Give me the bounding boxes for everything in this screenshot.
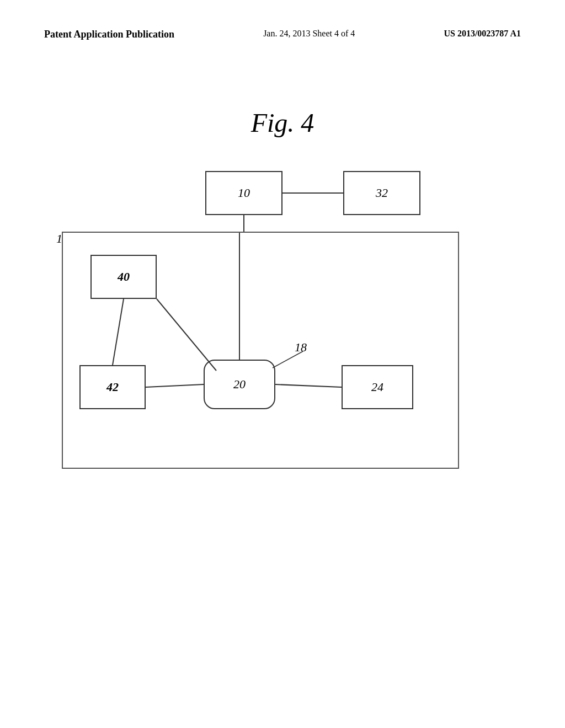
box-20: 20 — [204, 360, 275, 409]
publication-label: Patent Application Publication — [44, 28, 174, 41]
svg-line-9 — [157, 299, 216, 371]
svg-line-10 — [113, 299, 124, 365]
figure-title: Fig. 4 — [0, 108, 565, 138]
box-40-label: 40 — [118, 270, 130, 284]
label-18: 18 — [295, 340, 307, 355]
box-16-container: 40 42 20 24 18 — [62, 232, 459, 469]
box-42-label: 42 — [106, 380, 119, 394]
page-header: Patent Application Publication Jan. 24, … — [0, 0, 565, 41]
box-40: 40 — [90, 255, 157, 299]
box-24-label: 24 — [371, 380, 383, 394]
svg-line-11 — [146, 384, 204, 387]
box-24: 24 — [342, 365, 413, 409]
diagram-area: 10 32 16 40 42 20 24 18 — [62, 171, 503, 491]
box-10: 10 — [205, 171, 282, 215]
patent-number-label: US 2013/0023787 A1 — [444, 28, 521, 40]
box-42: 42 — [79, 365, 146, 409]
svg-line-12 — [275, 384, 342, 387]
box-20-label: 20 — [233, 377, 246, 392]
box-32: 32 — [343, 171, 420, 215]
date-sheet-label: Jan. 24, 2013 Sheet 4 of 4 — [263, 28, 355, 40]
